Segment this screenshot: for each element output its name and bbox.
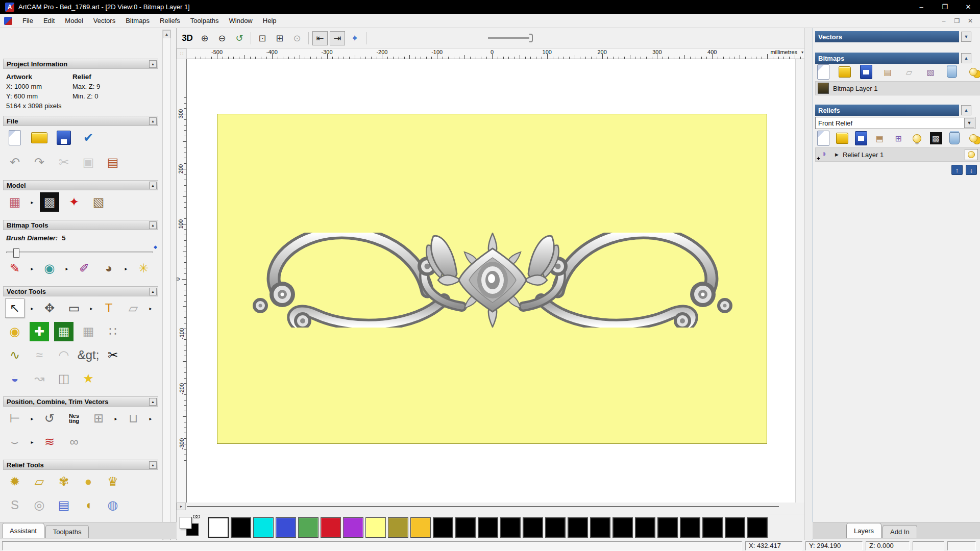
vector-wizard-icon[interactable]: ★ (79, 369, 98, 388)
colour-swatch[interactable] (388, 517, 408, 538)
colour-swatch[interactable] (365, 517, 386, 538)
colour-swatch[interactable] (433, 517, 453, 538)
collapse-section-button[interactable]: ▲ (149, 461, 157, 469)
flyout-arrow[interactable]: ▸ (89, 298, 94, 318)
ornament-relief-icon[interactable]: ♛ (103, 472, 122, 491)
menu-edit[interactable]: Edit (38, 14, 60, 27)
delete-relief-layer-icon[interactable] (948, 132, 961, 144)
group-vectors-icon[interactable]: ⊞ (89, 409, 108, 428)
link-colours-icon[interactable] (193, 515, 201, 520)
distort-grid-icon[interactable]: ▦ (79, 322, 98, 341)
chevron-down-icon[interactable]: ▼ (964, 118, 974, 128)
panel-splitter[interactable] (804, 28, 813, 551)
shape-editor-icon[interactable]: ● (79, 472, 98, 491)
colour-swatch[interactable] (321, 517, 341, 538)
create-rectangle-icon[interactable]: ▭ (64, 298, 84, 318)
colour-swatch[interactable] (500, 517, 521, 538)
bitmap-fade-slider[interactable] (483, 37, 532, 39)
menu-help[interactable]: Help (258, 14, 282, 27)
bitmap-to-layer-icon[interactable]: ▧ (924, 66, 937, 78)
zoom-last-icon[interactable]: ↺ (232, 31, 247, 45)
save-relief-layer-icon[interactable] (855, 132, 867, 144)
slice-vectors-icon[interactable]: ✂ (103, 345, 122, 365)
save-bitmap-layer-icon[interactable] (860, 66, 872, 78)
drawing-viewport[interactable] (187, 59, 795, 503)
assistant-scrollbar[interactable]: ▲ ▼ (162, 30, 171, 547)
collapse-section-button[interactable]: ▲ (149, 221, 157, 229)
colour-swatch[interactable] (231, 517, 251, 538)
interlock-vectors-icon[interactable]: ∞ (64, 432, 84, 452)
minimize-button[interactable]: – (910, 0, 933, 14)
fit-arcs-icon[interactable]: ◠ (54, 345, 74, 365)
trim-vectors-icon[interactable]: ⌣ (5, 432, 24, 452)
colour-swatch[interactable] (635, 517, 655, 538)
flyout-arrow[interactable]: ▸ (30, 192, 35, 212)
fit-vectors-to-curves-icon[interactable]: ≋ (40, 432, 59, 452)
node-editing-icon[interactable]: ∿ (5, 345, 24, 365)
mdi-restore-button[interactable]: ❐ (950, 16, 964, 26)
flood-fill-icon[interactable]: ◉ (40, 259, 59, 278)
toggle-all-relief-visibility-icon[interactable] (967, 132, 979, 144)
colour-swatch[interactable] (410, 517, 431, 538)
flyout-arrow[interactable]: ▸ (113, 409, 118, 428)
primary-colour[interactable] (180, 517, 192, 529)
next-bitmap-layer-icon[interactable]: ⇥ (330, 31, 345, 45)
palette-icon[interactable]: ◕ (99, 259, 118, 278)
save-model-icon[interactable] (54, 128, 74, 147)
toggle-3d-view-button[interactable]: 3D (180, 31, 195, 45)
redo-icon[interactable]: ↷ (30, 153, 49, 172)
collapse-section-button[interactable]: ▲ (149, 398, 157, 406)
pick-colour-icon[interactable]: ✐ (75, 259, 94, 278)
collapse-section-button[interactable]: ▲ (149, 117, 157, 125)
stack-relief-icon[interactable]: ⊞ (892, 132, 904, 144)
text-on-curve-icon[interactable]: ↺ (40, 409, 59, 428)
relief-set-combobox[interactable]: Front Relief ▼ (815, 117, 975, 129)
colour-swatch[interactable] (747, 517, 768, 538)
greyscale-relief-icon[interactable]: ▩ (930, 132, 942, 144)
move-layer-down-button[interactable]: ↓ (966, 165, 977, 175)
options-icon[interactable]: ✔ (79, 128, 98, 147)
close-button[interactable]: ✕ (957, 0, 980, 14)
mdi-close-button[interactable]: ✕ (964, 16, 977, 26)
wrap-relief-icon[interactable]: ✹ (5, 472, 24, 491)
create-text-icon[interactable]: T (99, 298, 118, 318)
tab-toolpaths[interactable]: Toolpaths (45, 525, 89, 538)
collapse-section-button[interactable]: ▲ (149, 60, 157, 68)
scroll-up-icon[interactable]: ▲ (163, 30, 170, 38)
weld-vectors-icon[interactable]: ⊔ (124, 409, 143, 428)
lighting-icon[interactable]: ✦ (64, 192, 84, 212)
colour-swatch[interactable] (298, 517, 318, 538)
menu-vectors[interactable]: Vectors (88, 14, 120, 27)
link-colours-icon[interactable]: ✳ (134, 259, 153, 278)
polyline-icon[interactable]: ↝ (30, 369, 49, 388)
tab-assistant[interactable]: Assistant (2, 523, 44, 538)
zoom-out-icon[interactable]: ⊖ (214, 31, 230, 45)
text-block-icon[interactable]: ▦ (54, 322, 74, 341)
menu-toolpaths[interactable]: Toolpaths (185, 14, 224, 27)
free-sketch-icon[interactable]: ≈ (30, 345, 49, 365)
colour-swatch[interactable] (725, 517, 745, 538)
colour-swatch[interactable] (523, 517, 543, 538)
horizontal-scrollbar[interactable]: ▸ (187, 503, 804, 511)
merge-bitmap-layers-icon[interactable]: ▤ (881, 66, 894, 78)
expand-vectors-button[interactable]: ▼ (961, 32, 971, 42)
new-model-icon[interactable] (5, 128, 24, 147)
vertical-scrollbar[interactable] (795, 59, 804, 503)
colour-swatch[interactable] (478, 517, 498, 538)
measure-icon[interactable]: ◉ (5, 322, 24, 341)
menu-reliefs[interactable]: Reliefs (155, 14, 185, 27)
undo-icon[interactable]: ↶ (5, 153, 24, 172)
colour-swatch[interactable] (455, 517, 476, 538)
collapse-bitmaps-button[interactable]: ▲ (961, 53, 971, 63)
colour-swatch[interactable] (657, 517, 678, 538)
flyout-arrow[interactable]: ▸ (124, 259, 129, 278)
load-image-icon[interactable]: ▧ (89, 192, 108, 212)
vector-direction-icon[interactable]: &gt; (79, 345, 98, 365)
colour-swatch[interactable] (343, 517, 363, 538)
flyout-arrow[interactable]: ▸ (148, 409, 153, 428)
set-model-size-icon[interactable]: ▦ (5, 192, 24, 212)
paint-icon[interactable]: ✎ (5, 259, 24, 278)
new-relief-layer-icon[interactable] (817, 132, 829, 144)
open-relief-layer-icon[interactable] (836, 132, 848, 144)
mdi-minimize-button[interactable]: – (937, 16, 950, 26)
